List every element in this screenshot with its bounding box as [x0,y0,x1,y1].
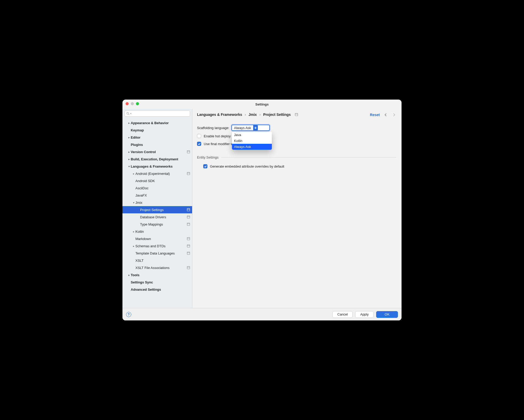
project-scope-icon [187,172,190,175]
sidebar-item[interactable]: Android SDK [122,177,192,184]
settings-content: Languages & Frameworks › Jmix › Project … [192,109,402,308]
project-scope-icon [187,208,190,211]
divider [221,157,396,158]
sidebar-item-label: JavaFX [135,193,147,197]
sidebar-item-label: Advanced Settings [131,288,161,291]
sidebar-item[interactable]: AsciiDoc [122,184,192,192]
svg-rect-14 [187,245,190,247]
sidebar-item[interactable]: Type Mappings [122,221,192,228]
scaffolding-language-dropdown[interactable]: JavaKotlinAlways Ask [232,132,272,150]
use-final-modifier-checkbox[interactable] [197,142,201,146]
sidebar-item-label: Template Data Languages [135,251,175,255]
sidebar-item[interactable]: ▸Version Control [122,148,192,155]
sidebar-item[interactable]: ▾Jmix [122,199,192,206]
sidebar-item[interactable]: ▸Android (Experimental) [122,170,192,177]
enable-hot-deploy-checkbox[interactable] [197,134,201,138]
breadcrumb: Languages & Frameworks › Jmix › Project … [197,113,396,117]
sidebar-item[interactable]: Project Settings [122,206,192,213]
project-scope-icon [187,244,190,248]
sidebar-item-label: Jmix [135,201,142,205]
sidebar-item-label: Keymap [131,128,144,132]
titlebar: Settings [122,100,402,109]
sidebar-item[interactable]: Markdown [122,235,192,242]
dropdown-option[interactable]: Always Ask [232,144,272,150]
project-scope-icon [187,223,190,226]
project-scope-icon [187,266,190,269]
chevron-right-icon: ▸ [127,136,131,139]
sidebar-item-label: Android (Experimental) [135,172,170,176]
sidebar-item[interactable]: ▸Editor [122,134,192,141]
ok-button[interactable]: OK [376,311,398,318]
zoom-window-button[interactable] [136,102,139,105]
svg-rect-2 [187,151,190,153]
settings-window: Settings ▾ ▸Appearance & BehaviorKeymap▸… [122,100,402,320]
minimize-window-button[interactable] [131,102,134,105]
sidebar-item[interactable]: JavaFX [122,192,192,199]
svg-rect-4 [187,172,190,175]
breadcrumb-segment: Project Settings [263,113,291,117]
sidebar-item-label: Tools [131,273,140,277]
sidebar-item[interactable]: ▸Schemas and DTDs [122,242,192,250]
sidebar-item[interactable]: ▸Build, Execution, Deployment [122,155,192,163]
sidebar-item-label: Languages & Frameworks [131,164,173,168]
sidebar-item[interactable]: ▸Appearance & Behavior [122,119,192,126]
sidebar-item[interactable]: Plugins [122,141,192,148]
sidebar-item[interactable]: XSLT [122,257,192,264]
sidebar-item-label: AsciiDoc [135,186,149,190]
breadcrumb-segment[interactable]: Jmix [249,113,257,117]
sidebar-item-label: Schemas and DTDs [135,244,165,248]
cancel-button[interactable]: Cancel [332,311,353,318]
sidebar-item-label: Android SDK [135,179,155,183]
sidebar-item[interactable]: Advanced Settings [122,286,192,293]
chevron-right-icon: ▸ [132,172,135,175]
sidebar-item[interactable]: ▾Languages & Frameworks [122,163,192,170]
forward-button[interactable] [392,113,396,117]
sidebar-item-label: Type Mappings [140,222,163,226]
sidebar-item-label: Kotlin [135,230,144,234]
dropdown-option[interactable]: Kotlin [232,138,272,144]
dropdown-option[interactable]: Java [232,132,272,138]
project-scope-icon [187,215,190,219]
sidebar-item[interactable]: Settings Sync [122,279,192,286]
help-button[interactable]: ? [126,312,131,317]
chevron-right-icon: › [245,113,246,117]
svg-rect-16 [187,252,190,254]
use-final-modifier-label: Use final modifier w [204,142,233,146]
sidebar-item-label: Version Control [131,150,156,154]
chevron-right-icon: ▸ [132,230,135,233]
scaffolding-language-select[interactable]: Always Ask JavaKotlinAlways Ask [231,125,270,131]
apply-button[interactable]: Apply [355,311,374,318]
sidebar-item-label: Markdown [135,237,151,241]
reset-link[interactable]: Reset [370,113,380,117]
project-scope-icon [295,113,298,116]
sidebar-item[interactable]: Keymap [122,126,192,134]
svg-rect-12 [187,237,190,240]
sidebar-item-label: Build, Execution, Deployment [131,157,178,161]
search-input[interactable]: ▾ [125,110,190,117]
entity-settings-heading: Entity Settings [197,155,219,159]
close-window-button[interactable] [126,102,129,105]
select-stepper-icon [253,125,258,130]
back-button[interactable] [383,113,388,117]
scaffolding-language-label: Scaffolding language: [197,126,229,130]
sidebar-item[interactable]: Template Data Languages [122,250,192,257]
generate-overrides-checkbox[interactable] [203,164,207,168]
window-title: Settings [255,102,268,106]
sidebar-item[interactable]: Database Drivers [122,213,192,221]
sidebar-item[interactable]: ▸Kotlin [122,228,192,235]
sidebar-item[interactable]: ▸Tools [122,271,192,279]
svg-rect-8 [187,216,190,218]
settings-tree[interactable]: ▸Appearance & BehaviorKeymap▸EditorPlugi… [122,118,192,308]
chevron-right-icon: ▸ [127,274,131,276]
sidebar-item-label: Settings Sync [131,280,153,284]
project-scope-icon [187,252,190,255]
window-controls [126,102,139,105]
sidebar-item-label: XSLT [135,259,144,262]
chevron-right-icon: ▸ [127,122,131,124]
chevron-right-icon: ▸ [127,158,131,161]
chevron-right-icon: ▸ [132,245,135,248]
breadcrumb-segment[interactable]: Languages & Frameworks [197,113,242,117]
svg-rect-18 [187,266,190,269]
chevron-right-icon: › [259,113,261,117]
sidebar-item[interactable]: XSLT File Associations [122,264,192,271]
